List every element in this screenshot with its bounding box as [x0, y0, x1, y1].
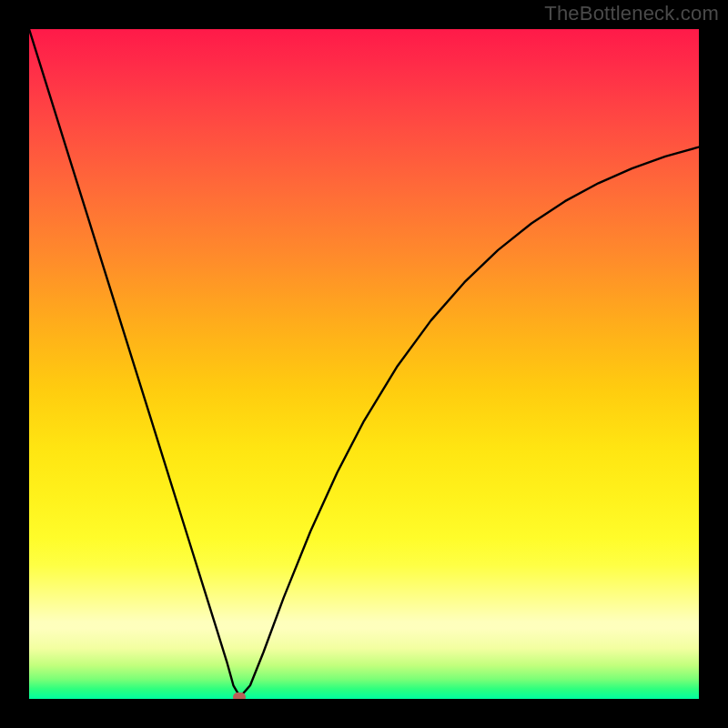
- chart-stage: TheBottleneck.com: [0, 0, 728, 728]
- watermark-text: TheBottleneck.com: [544, 2, 719, 25]
- bottleneck-curve: [29, 29, 699, 699]
- plot-area: [29, 29, 699, 699]
- optimal-point-marker: [233, 693, 246, 699]
